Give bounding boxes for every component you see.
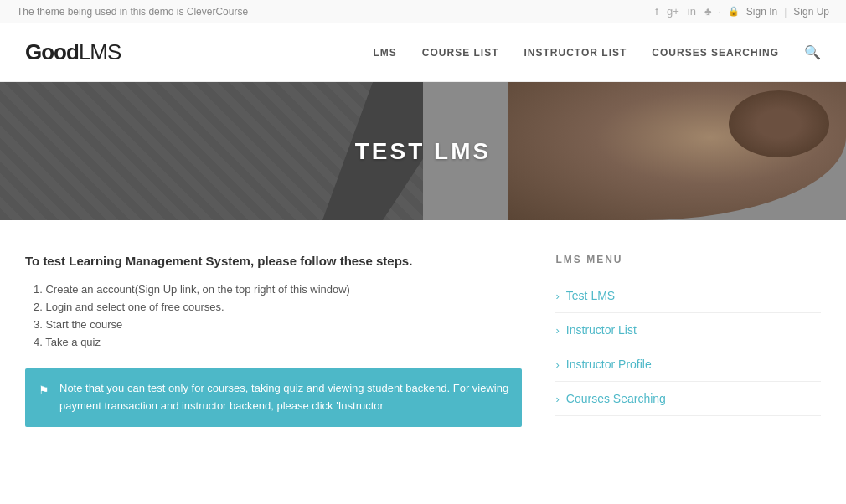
sidebar-title: LMS MENU xyxy=(555,254,821,265)
intro-text: To test Learning Management System, plea… xyxy=(25,254,522,268)
hero-banner: TEST LMS xyxy=(0,82,846,220)
main-content: To test Learning Management System, plea… xyxy=(0,220,846,452)
sidebar-link-courses-searching[interactable]: Courses Searching xyxy=(566,392,666,405)
step-2: 2. Login and select one of free courses. xyxy=(34,301,522,313)
chevron-icon-4: › xyxy=(555,393,559,405)
content-right: LMS MENU › Test LMS › Instructor List › … xyxy=(555,254,821,427)
top-bar: The theme being used in this demo is Cle… xyxy=(0,0,846,23)
nav-courses-searching[interactable]: COURSES SEARCHING xyxy=(652,47,779,59)
top-bar-right: f g+ in ♣ · 🔒 Sign In | Sign Up xyxy=(655,5,829,18)
main-nav: LMS COURSE LIST INSTRUCTOR LIST COURSES … xyxy=(374,44,821,60)
pinterest-icon[interactable]: ♣ xyxy=(704,5,712,18)
header: GoodLMS LMS COURSE LIST INSTRUCTOR LIST … xyxy=(0,23,846,82)
logo-light: LMS xyxy=(79,39,121,64)
step-3: 3. Start the course xyxy=(34,318,522,331)
flag-icon: ⚑ xyxy=(39,381,49,399)
search-icon[interactable]: 🔍 xyxy=(804,44,821,60)
logo[interactable]: GoodLMS xyxy=(25,39,121,65)
step-4: 4. Take a quiz xyxy=(34,336,522,348)
sidebar-item-test-lms[interactable]: › Test LMS xyxy=(555,279,821,313)
facebook-icon[interactable]: f xyxy=(655,5,658,18)
nav-course-list[interactable]: COURSE LIST xyxy=(422,47,499,59)
googleplus-icon[interactable]: g+ xyxy=(667,5,679,18)
note-box: ⚑ Note that you can test only for course… xyxy=(25,368,522,427)
chevron-icon-1: › xyxy=(555,290,559,302)
logo-bold: Good xyxy=(25,39,79,64)
step-1: 1. Create an account(Sign Up link, on th… xyxy=(34,283,522,296)
lock-icon: 🔒 xyxy=(728,6,740,17)
nav-instructor-list[interactable]: INSTRUCTOR LIST xyxy=(524,47,627,59)
sidebar-menu: › Test LMS › Instructor List › Instructo… xyxy=(555,279,821,416)
hero-title: TEST LMS xyxy=(355,138,491,165)
sidebar-item-instructor-profile[interactable]: › Instructor Profile xyxy=(555,347,821,382)
sidebar-link-instructor-list[interactable]: Instructor List xyxy=(566,323,637,337)
linkedin-icon[interactable]: in xyxy=(688,5,696,18)
sidebar-item-courses-searching[interactable]: › Courses Searching xyxy=(555,382,821,416)
steps-list: 1. Create an account(Sign Up link, on th… xyxy=(25,283,522,348)
sidebar-link-test-lms[interactable]: Test LMS xyxy=(566,289,615,302)
chevron-icon-3: › xyxy=(555,358,559,371)
chevron-icon-2: › xyxy=(555,324,559,337)
sign-up-link[interactable]: Sign Up xyxy=(793,6,829,18)
nav-lms[interactable]: LMS xyxy=(374,47,397,59)
dot-separator: · xyxy=(718,6,720,18)
theme-note: The theme being used in this demo is Cle… xyxy=(17,6,248,18)
note-text: Note that you can test only for courses,… xyxy=(59,380,508,415)
auth-links: 🔒 Sign In | Sign Up xyxy=(728,6,829,18)
content-left: To test Learning Management System, plea… xyxy=(25,254,522,427)
social-icons: f g+ in ♣ xyxy=(655,5,711,18)
auth-separator: | xyxy=(784,6,787,18)
sidebar-link-instructor-profile[interactable]: Instructor Profile xyxy=(566,357,652,371)
sidebar-item-instructor-list[interactable]: › Instructor List xyxy=(555,313,821,347)
sign-in-link[interactable]: Sign In xyxy=(746,6,777,18)
